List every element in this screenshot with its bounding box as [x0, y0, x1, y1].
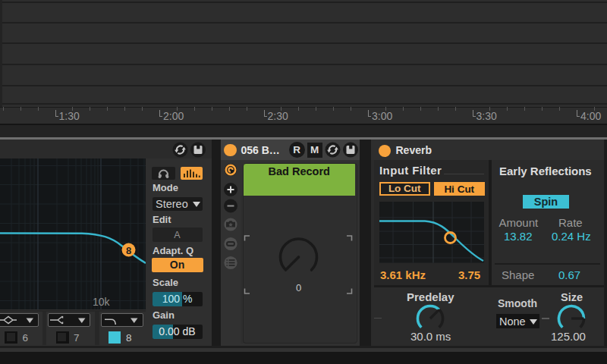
svg-text:10k: 10k	[93, 296, 111, 308]
svg-text:8: 8	[126, 245, 131, 256]
